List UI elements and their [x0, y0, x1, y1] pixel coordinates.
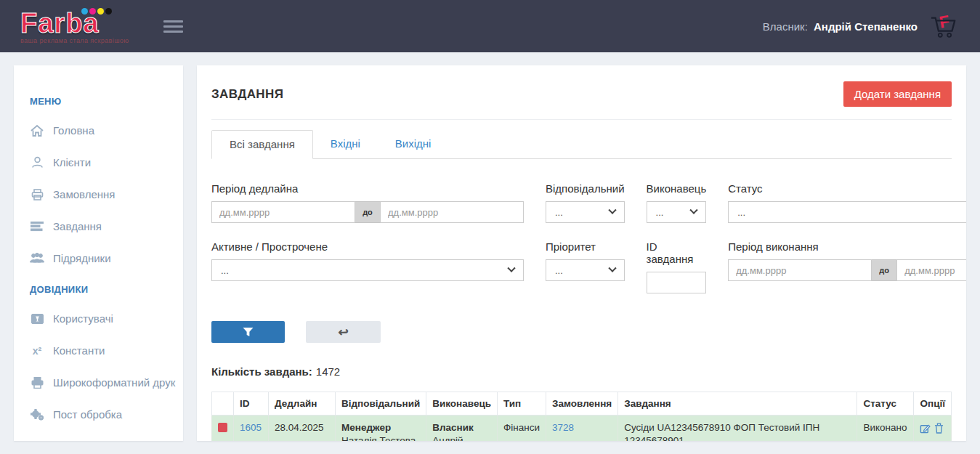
filter-label: Період виконання	[728, 240, 966, 253]
users-card-icon	[30, 314, 44, 324]
priority-select[interactable]: ...	[546, 259, 625, 281]
filters-form: Період дедлайна до Відповідальний ... Ви…	[211, 182, 952, 293]
sidebar-section-directories: ДОВІДНИКИ	[30, 284, 167, 295]
col-executor: Виконавець	[426, 392, 498, 416]
task-id-link[interactable]: 1605	[240, 422, 262, 433]
sidebar-item-label: Вироби	[53, 440, 91, 441]
sidebar-item-label: Користувачі	[53, 312, 113, 325]
table-header-row: ID Дедлайн Відповідальний Виконавець Тип…	[212, 392, 952, 416]
task-tabs: Всі завдання Вхідні Вихідні	[211, 130, 952, 159]
filter-label: Відповідальний	[546, 182, 625, 195]
cart-icon[interactable]: F	[929, 12, 960, 40]
col-order: Замовлення	[546, 392, 617, 416]
sidebar-item-clients[interactable]: Клієнти	[30, 156, 167, 169]
sidebar: МЕНЮ Головна Клієнти Замовлення Завдання	[14, 65, 183, 441]
sidebar-item-wide-print[interactable]: Широкоформатний друк	[30, 376, 167, 389]
farba-logo[interactable]: Farba ваша реклама стала яскравішою	[20, 10, 126, 44]
filter-label: Виконавець	[647, 182, 707, 195]
sidebar-section-menu: МЕНЮ	[30, 96, 167, 107]
print-icon	[30, 189, 44, 200]
funnel-icon	[243, 327, 254, 337]
owner-info: Власник: Андрій Степаненко	[763, 20, 918, 33]
col-indicator	[212, 392, 234, 416]
range-separator: до	[355, 201, 380, 223]
sidebar-item-post-processing[interactable]: Пост обробка	[30, 408, 167, 421]
filter-deadline-period: Період дедлайна до	[211, 182, 524, 223]
tab-all-tasks[interactable]: Всі завдання	[211, 130, 313, 159]
deadline-cell: 28.04.2025	[269, 416, 336, 442]
range-separator: до	[872, 259, 896, 281]
logo-tagline: ваша реклама стала яскравішою	[20, 37, 126, 44]
filter-priority: Пріоритет ...	[546, 240, 625, 293]
execution-to-input[interactable]	[896, 259, 966, 281]
filter-label: ID завдання	[647, 240, 707, 265]
responsible-cell: Менеджер Наталія Тестова	[336, 416, 426, 442]
filter-task-id: ID завдання	[647, 240, 707, 293]
page-title: ЗАВДАННЯ	[211, 87, 283, 102]
filter-execution-period: Період виконання до	[728, 240, 966, 293]
delete-icon[interactable]	[934, 423, 944, 434]
tab-outgoing[interactable]: Вихідні	[378, 130, 449, 158]
sidebar-item-constants[interactable]: x² Константи	[30, 344, 167, 357]
sidebar-item-label: Замовлення	[53, 188, 115, 200]
wide-print-icon	[30, 377, 44, 389]
active-overdue-select[interactable]: ...	[211, 259, 524, 281]
sidebar-item-tasks[interactable]: Завдання	[30, 220, 167, 232]
sidebar-item-contractors[interactable]: Підрядники	[30, 252, 167, 264]
options-cell	[914, 416, 952, 442]
chevron-down-icon	[507, 264, 515, 272]
contractors-icon	[30, 253, 44, 264]
sidebar-item-label: Широкоформатний друк	[53, 376, 175, 389]
execution-from-input[interactable]	[728, 259, 872, 281]
tab-incoming[interactable]: Вхідні	[313, 130, 378, 158]
filter-label: Пріоритет	[546, 240, 625, 253]
col-status: Статус	[857, 392, 914, 416]
home-icon	[30, 125, 44, 137]
task-cell: Сусіди UA12345678910 ФОП Тестовий ІПН 12…	[618, 416, 857, 442]
col-task: Завдання	[618, 392, 857, 416]
filter-label: Активне / Прострочене	[211, 240, 524, 253]
chevron-down-icon	[608, 264, 616, 272]
sidebar-item-label: Клієнти	[53, 156, 91, 169]
deadline-from-input[interactable]	[211, 201, 355, 223]
sidebar-item-products[interactable]: Вироби	[30, 440, 167, 441]
col-id: ID	[234, 392, 269, 416]
sidebar-item-label: Константи	[53, 344, 105, 357]
filter-responsible: Відповідальний ...	[546, 182, 625, 223]
task-id-input[interactable]	[647, 272, 707, 293]
sidebar-item-orders[interactable]: Замовлення	[30, 188, 167, 200]
priority-indicator	[218, 423, 227, 432]
edit-icon[interactable]	[920, 423, 931, 434]
executor-select[interactable]: ...	[647, 201, 707, 223]
title-divider	[211, 119, 952, 120]
logo-cmyk-dots-icon	[81, 8, 112, 15]
svg-text:F: F	[938, 12, 951, 32]
apply-filter-button[interactable]	[211, 321, 285, 343]
app-header: Farba ваша реклама стала яскравішою Влас…	[0, 0, 980, 52]
col-options: Опції	[914, 392, 952, 416]
order-id-link[interactable]: 3728	[552, 422, 574, 433]
filter-active-overdue: Активне / Прострочене ...	[211, 240, 524, 293]
col-type: Тип	[498, 392, 546, 416]
undo-arrow-icon: ↩	[338, 326, 348, 339]
sidebar-item-users[interactable]: Користувачі	[30, 312, 167, 325]
hamburger-menu-icon[interactable]	[163, 17, 183, 36]
clients-icon	[30, 156, 44, 169]
executor-cell: Власник Андрій Степаненко	[426, 416, 498, 442]
add-task-button[interactable]: Додати завдання	[843, 81, 952, 107]
sidebar-item-label: Підрядники	[53, 252, 111, 264]
filter-label: Статус	[728, 182, 966, 195]
responsible-select[interactable]: ...	[546, 201, 625, 223]
chevron-down-icon	[690, 206, 698, 214]
owner-name: Андрій Степаненко	[814, 20, 918, 33]
deadline-to-input[interactable]	[380, 201, 524, 223]
reset-filter-button[interactable]: ↩	[306, 321, 381, 343]
owner-label: Власник:	[763, 20, 808, 33]
status-select[interactable]: ...	[728, 201, 966, 223]
filter-executor: Виконавець ...	[647, 182, 707, 223]
col-deadline: Дедлайн	[269, 392, 336, 416]
status-cell: Виконано	[857, 416, 914, 442]
sidebar-item-home[interactable]: Головна	[30, 124, 167, 137]
sidebar-item-label: Завдання	[53, 220, 102, 232]
table-row: 1605 28.04.2025 Менеджер Наталія Тестова…	[212, 416, 952, 442]
